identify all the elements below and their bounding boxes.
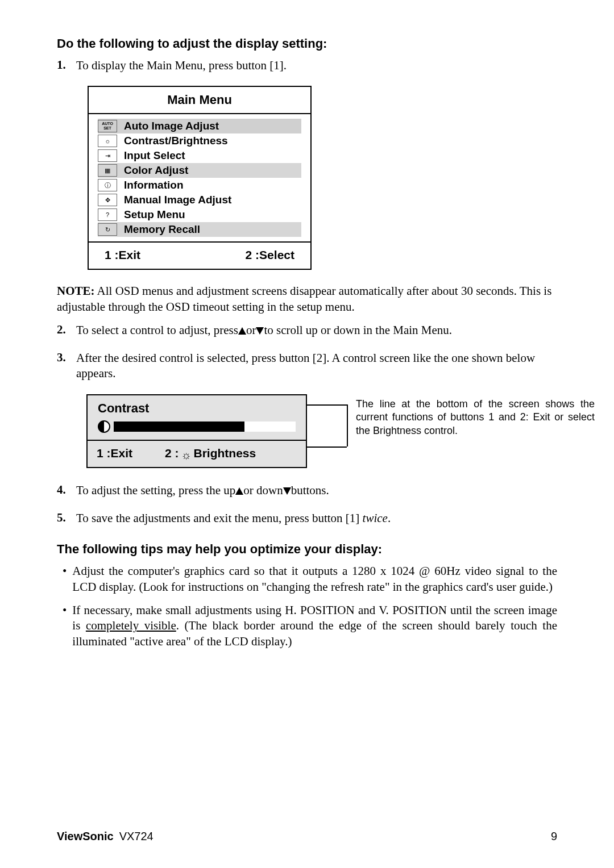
contrast-bar-row [98,420,296,433]
step-4-b: or down [243,483,283,497]
footer-select-label: 2 :Select [246,248,294,262]
input-icon: ⇥ [98,149,117,162]
footer-exit-label: 1 :Exit [105,248,246,262]
step-5-num: 5. [57,511,68,526]
step-2-a: To select a control to adjust, press [76,323,238,337]
main-menu-title: Main Menu [89,87,310,114]
sun-icon [181,448,192,458]
page-footer: ViewSonicVX724 9 [57,830,557,843]
contrast-figure-row: Contrast 1 :Exit 2 : Brightness The line… [86,394,557,468]
contrast-panel: Contrast 1 :Exit 2 : Brightness [86,394,307,468]
heading-tips: The following tips may help you optimize… [57,542,557,557]
step-5-a: To save the adjustments and exit the men… [76,511,363,525]
menu-item-information: ⓘ Information [98,178,301,193]
tip-2-text: If necessary, make small adjustments usi… [72,603,557,649]
note-label: NOTE: [57,284,95,298]
heading-adjust: Do the following to adjust the display s… [57,36,557,51]
menu-item-label: Information [124,179,184,191]
tip-2-underline: completely visible [86,619,176,632]
note-paragraph: NOTE: All OSD menus and adjustment scree… [57,283,557,315]
step-2-num: 2. [57,323,68,338]
main-menu-items: AUTOSET Auto Image Adjust ☼ Contrast/Bri… [89,114,310,241]
bullet-icon: • [57,603,67,649]
tip-1-text: Adjust the computer's graphics card so t… [72,564,557,595]
bullet-icon: • [57,564,67,595]
menu-item-contrast-brightness: ☼ Contrast/Brightness [98,133,301,148]
footer-brand: ViewSonicVX724 [57,830,154,843]
step-5-text: To save the adjustments and exit the men… [76,511,557,526]
step-4-text: To adjust the setting, press the upor do… [76,483,557,498]
auto-set-icon: AUTOSET [98,120,117,132]
question-icon: ? [98,208,117,221]
contrast-bar-fill [244,422,296,432]
leader-line [306,404,347,406]
contrast-footer: 1 :Exit 2 : Brightness [88,440,306,467]
footer-brand-name: ViewSonic [57,830,114,842]
step-4-num: 4. [57,483,68,498]
contrast-callout-caption: The line at the bottom of the screen sho… [356,398,595,437]
down-arrow-icon [256,327,264,335]
note-body: All OSD menus and adjustment screens dis… [57,284,551,313]
main-menu-footer: 1 :Exit 2 :Select [89,241,310,269]
menu-item-label: Input Select [124,149,185,162]
brightness-icon: ☼ [98,135,117,147]
menu-item-label: Setup Menu [124,208,185,221]
step-2-b: or [246,323,256,337]
leader-line [306,446,347,448]
menu-item-label: Color Adjust [124,164,188,177]
recall-icon: ↻ [98,223,117,236]
contrast-brightness-text: Brightness [194,446,256,460]
contrast-bar [114,422,296,432]
step-4-c: buttons. [291,483,329,497]
step-3: 3. After the desired control is selected… [57,350,557,382]
main-menu-panel: Main Menu AUTOSET Auto Image Adjust ☼ Co… [88,86,312,270]
tips-list: • Adjust the computer's graphics card so… [57,564,557,649]
menu-item-label: Manual Image Adjust [124,194,231,206]
step-2-c: to scroll up or down in the Main Menu. [264,323,452,337]
step-4: 4. To adjust the setting, press the upor… [57,483,557,498]
step-2-text: To select a control to adjust, pressorto… [76,323,557,338]
contrast-exit-label: 1 :Exit [97,446,165,460]
menu-item-auto-image-adjust: AUTOSET Auto Image Adjust [98,119,301,133]
leader-line [347,404,348,446]
menu-item-setup-menu: ? Setup Menu [98,207,301,222]
tip-1: • Adjust the computer's graphics card so… [57,564,557,595]
up-arrow-icon [238,327,246,335]
contrast-top: Contrast [88,395,306,440]
step-5: 5. To save the adjustments and exit the … [57,511,557,526]
menu-item-manual-image-adjust: ✥ Manual Image Adjust [98,193,301,207]
contrast-brightness-label: 2 : Brightness [165,446,256,460]
footer-page-number: 9 [551,830,557,843]
menu-item-label: Contrast/Brightness [124,135,228,147]
color-icon: ▦ [98,164,117,177]
menu-item-color-adjust: ▦ Color Adjust [98,163,301,178]
menu-item-label: Memory Recall [124,223,200,236]
contrast-icon [98,420,110,433]
step-3-num: 3. [57,350,68,382]
menu-item-label: Auto Image Adjust [124,120,219,132]
step-1: 1. To display the Main Menu, press butto… [57,58,557,73]
step-4-a: To adjust the setting, press the up [76,483,235,497]
down-arrow-icon [283,487,291,495]
menu-item-input-select: ⇥ Input Select [98,148,301,163]
step-2: 2. To select a control to adjust, presso… [57,323,557,338]
up-arrow-icon [235,487,243,495]
contrast-title: Contrast [98,401,296,416]
footer-model: VX724 [119,830,154,842]
tip-2: • If necessary, make small adjustments u… [57,603,557,649]
step-5-twice: twice [363,511,388,525]
step-5-dot: . [388,511,391,525]
step-1-num: 1. [57,58,68,73]
step-3-text: After the desired control is selected, p… [76,350,557,382]
manual-adjust-icon: ✥ [98,194,117,206]
info-icon: ⓘ [98,179,117,191]
contrast-2-prefix: 2 : [165,446,179,460]
step-1-text: To display the Main Menu, press button [… [76,58,557,73]
menu-item-memory-recall: ↻ Memory Recall [98,222,301,237]
